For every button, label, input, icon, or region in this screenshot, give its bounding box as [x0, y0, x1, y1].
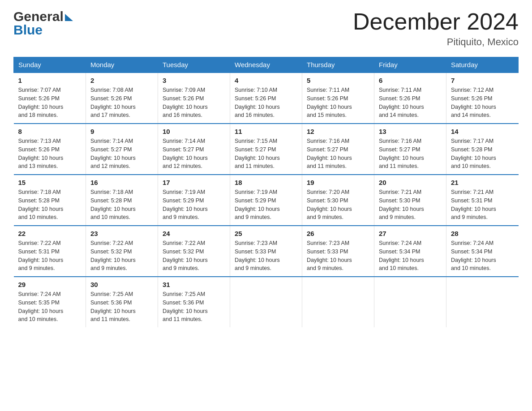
calendar-cell: 19 Sunrise: 7:20 AM Sunset: 5:30 PM Dayl…: [302, 175, 374, 226]
calendar-cell: 13 Sunrise: 7:16 AM Sunset: 5:27 PM Dayl…: [374, 124, 446, 175]
calendar-cell: [374, 277, 446, 327]
calendar-cell: 26 Sunrise: 7:23 AM Sunset: 5:33 PM Dayl…: [302, 226, 374, 277]
calendar-cell: 12 Sunrise: 7:16 AM Sunset: 5:27 PM Dayl…: [302, 124, 374, 175]
day-number: 22: [18, 230, 82, 237]
day-number: 21: [451, 179, 514, 186]
calendar-cell: 30 Sunrise: 7:25 AM Sunset: 5:36 PM Dayl…: [86, 277, 158, 327]
day-number: 12: [307, 128, 369, 135]
calendar-cell: 1 Sunrise: 7:07 AM Sunset: 5:26 PM Dayli…: [14, 73, 86, 124]
calendar-cell: 6 Sunrise: 7:11 AM Sunset: 5:26 PM Dayli…: [374, 73, 446, 124]
calendar-cell: 5 Sunrise: 7:11 AM Sunset: 5:26 PM Dayli…: [302, 73, 374, 124]
calendar-cell: 2 Sunrise: 7:08 AM Sunset: 5:26 PM Dayli…: [86, 73, 158, 124]
day-number: 18: [235, 179, 297, 186]
day-info: Sunrise: 7:12 AM Sunset: 5:26 PM Dayligh…: [451, 86, 514, 120]
day-number: 23: [90, 230, 153, 237]
calendar-cell: 28 Sunrise: 7:24 AM Sunset: 5:34 PM Dayl…: [446, 226, 519, 277]
calendar-cell: 29 Sunrise: 7:24 AM Sunset: 5:35 PM Dayl…: [14, 277, 86, 327]
day-number: 6: [379, 77, 442, 84]
calendar-week-row: 15 Sunrise: 7:18 AM Sunset: 5:28 PM Dayl…: [14, 175, 519, 226]
day-number: 14: [451, 128, 514, 135]
day-info: Sunrise: 7:09 AM Sunset: 5:26 PM Dayligh…: [163, 86, 225, 120]
day-number: 25: [235, 230, 297, 237]
day-number: 28: [451, 230, 514, 237]
day-info: Sunrise: 7:10 AM Sunset: 5:26 PM Dayligh…: [235, 86, 297, 120]
day-info: Sunrise: 7:11 AM Sunset: 5:26 PM Dayligh…: [379, 86, 442, 120]
col-wednesday: Wednesday: [230, 57, 302, 73]
calendar-cell: 4 Sunrise: 7:10 AM Sunset: 5:26 PM Dayli…: [230, 73, 302, 124]
title-section: December 2024 Pitiquito, Mexico: [353, 9, 519, 48]
calendar-cell: 23 Sunrise: 7:22 AM Sunset: 5:32 PM Dayl…: [86, 226, 158, 277]
calendar-cell: 3 Sunrise: 7:09 AM Sunset: 5:26 PM Dayli…: [158, 73, 230, 124]
day-number: 27: [379, 230, 442, 237]
day-info: Sunrise: 7:16 AM Sunset: 5:27 PM Dayligh…: [307, 137, 369, 171]
day-number: 9: [90, 128, 153, 135]
col-sunday: Sunday: [14, 57, 86, 73]
day-info: Sunrise: 7:16 AM Sunset: 5:27 PM Dayligh…: [379, 137, 442, 171]
day-number: 11: [235, 128, 297, 135]
calendar-cell: 24 Sunrise: 7:22 AM Sunset: 5:32 PM Dayl…: [158, 226, 230, 277]
day-info: Sunrise: 7:11 AM Sunset: 5:26 PM Dayligh…: [307, 86, 369, 120]
calendar-cell: 11 Sunrise: 7:15 AM Sunset: 5:27 PM Dayl…: [230, 124, 302, 175]
logo-general-text: General: [13, 9, 64, 24]
calendar-cell: 25 Sunrise: 7:23 AM Sunset: 5:33 PM Dayl…: [230, 226, 302, 277]
day-info: Sunrise: 7:24 AM Sunset: 5:34 PM Dayligh…: [451, 239, 514, 273]
calendar-cell: 18 Sunrise: 7:19 AM Sunset: 5:29 PM Dayl…: [230, 175, 302, 226]
month-title: December 2024: [353, 9, 519, 34]
calendar-week-row: 8 Sunrise: 7:13 AM Sunset: 5:26 PM Dayli…: [14, 124, 519, 175]
day-number: 19: [307, 179, 369, 186]
calendar-cell: 20 Sunrise: 7:21 AM Sunset: 5:30 PM Dayl…: [374, 175, 446, 226]
day-info: Sunrise: 7:21 AM Sunset: 5:31 PM Dayligh…: [451, 188, 514, 222]
day-info: Sunrise: 7:18 AM Sunset: 5:28 PM Dayligh…: [18, 188, 82, 222]
day-info: Sunrise: 7:20 AM Sunset: 5:30 PM Dayligh…: [307, 188, 369, 222]
day-info: Sunrise: 7:08 AM Sunset: 5:26 PM Dayligh…: [90, 86, 153, 120]
day-info: Sunrise: 7:22 AM Sunset: 5:32 PM Dayligh…: [163, 239, 225, 273]
calendar-cell: 14 Sunrise: 7:17 AM Sunset: 5:28 PM Dayl…: [446, 124, 519, 175]
location: Pitiquito, Mexico: [353, 36, 519, 48]
col-saturday: Saturday: [446, 57, 519, 73]
day-number: 20: [379, 179, 442, 186]
day-info: Sunrise: 7:25 AM Sunset: 5:36 PM Dayligh…: [163, 290, 225, 324]
day-info: Sunrise: 7:19 AM Sunset: 5:29 PM Dayligh…: [235, 188, 297, 222]
col-tuesday: Tuesday: [158, 57, 230, 73]
calendar-cell: [302, 277, 374, 327]
day-number: 30: [90, 281, 153, 288]
day-info: Sunrise: 7:22 AM Sunset: 5:31 PM Dayligh…: [18, 239, 82, 273]
calendar-cell: 7 Sunrise: 7:12 AM Sunset: 5:26 PM Dayli…: [446, 73, 519, 124]
calendar-week-row: 29 Sunrise: 7:24 AM Sunset: 5:35 PM Dayl…: [14, 277, 519, 327]
page-header: General Blue December 2024 Pitiquito, Me…: [13, 9, 519, 48]
logo-blue-text: Blue: [13, 22, 43, 38]
day-info: Sunrise: 7:14 AM Sunset: 5:27 PM Dayligh…: [163, 137, 225, 171]
calendar-cell: 22 Sunrise: 7:22 AM Sunset: 5:31 PM Dayl…: [14, 226, 86, 277]
day-number: 1: [18, 77, 82, 84]
day-info: Sunrise: 7:07 AM Sunset: 5:26 PM Dayligh…: [18, 86, 82, 120]
calendar-week-row: 1 Sunrise: 7:07 AM Sunset: 5:26 PM Dayli…: [14, 73, 519, 124]
day-number: 7: [451, 77, 514, 84]
calendar-cell: 9 Sunrise: 7:14 AM Sunset: 5:27 PM Dayli…: [86, 124, 158, 175]
day-info: Sunrise: 7:19 AM Sunset: 5:29 PM Dayligh…: [163, 188, 225, 222]
day-info: Sunrise: 7:24 AM Sunset: 5:35 PM Dayligh…: [18, 290, 82, 324]
day-info: Sunrise: 7:24 AM Sunset: 5:34 PM Dayligh…: [379, 239, 442, 273]
day-number: 8: [18, 128, 82, 135]
col-monday: Monday: [86, 57, 158, 73]
day-number: 24: [163, 230, 225, 237]
calendar-header-row: Sunday Monday Tuesday Wednesday Thursday…: [14, 57, 519, 73]
col-thursday: Thursday: [302, 57, 374, 73]
calendar-cell: [446, 277, 519, 327]
day-number: 17: [163, 179, 225, 186]
calendar-cell: 17 Sunrise: 7:19 AM Sunset: 5:29 PM Dayl…: [158, 175, 230, 226]
col-friday: Friday: [374, 57, 446, 73]
calendar-cell: [230, 277, 302, 327]
day-info: Sunrise: 7:14 AM Sunset: 5:27 PM Dayligh…: [90, 137, 153, 171]
day-number: 29: [18, 281, 82, 288]
logo-arrow-icon: [65, 14, 73, 21]
calendar-table: Sunday Monday Tuesday Wednesday Thursday…: [13, 57, 519, 327]
day-number: 5: [307, 77, 369, 84]
day-number: 4: [235, 77, 297, 84]
day-info: Sunrise: 7:23 AM Sunset: 5:33 PM Dayligh…: [235, 239, 297, 273]
calendar-cell: 31 Sunrise: 7:25 AM Sunset: 5:36 PM Dayl…: [158, 277, 230, 327]
day-info: Sunrise: 7:18 AM Sunset: 5:28 PM Dayligh…: [90, 188, 153, 222]
calendar-cell: 8 Sunrise: 7:13 AM Sunset: 5:26 PM Dayli…: [14, 124, 86, 175]
day-number: 13: [379, 128, 442, 135]
day-info: Sunrise: 7:23 AM Sunset: 5:33 PM Dayligh…: [307, 239, 369, 273]
day-info: Sunrise: 7:25 AM Sunset: 5:36 PM Dayligh…: [90, 290, 153, 324]
